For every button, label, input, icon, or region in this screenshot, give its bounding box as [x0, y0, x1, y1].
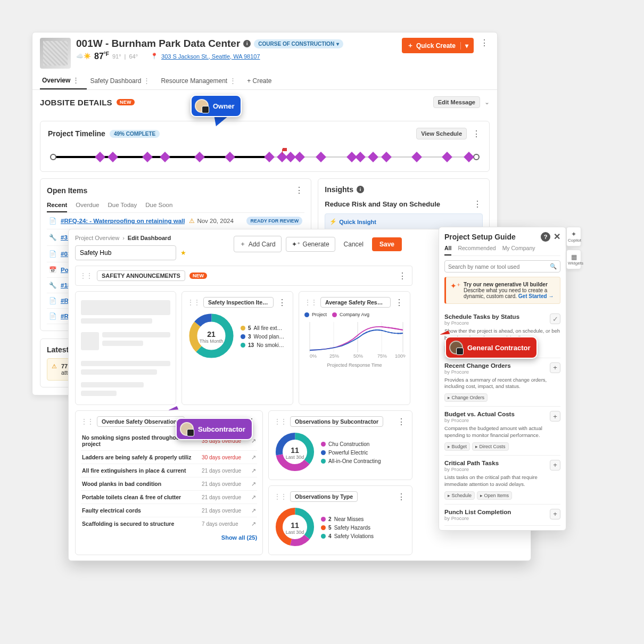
drag-handle-icon[interactable]: ⋮⋮: [80, 272, 93, 279]
done-check-button[interactable]: ✓: [550, 313, 560, 324]
section-title: JOBSITE DETAILS: [40, 98, 112, 107]
milestone-diamond[interactable]: [355, 152, 366, 162]
info-icon[interactable]: i: [243, 40, 251, 47]
generate-button[interactable]: ✦⁺Generate: [286, 237, 335, 252]
card-overflow-menu[interactable]: ⋮: [396, 417, 407, 427]
template-title: Budget vs. Actual Costs: [444, 411, 560, 417]
tool-tag: ▸ Change Orders: [444, 393, 488, 402]
subtab-overdue[interactable]: Overdue: [76, 200, 99, 212]
tab-safety-dashboard[interactable]: Safety Dashboard⋮: [88, 73, 158, 89]
open-items-overflow-menu[interactable]: ⋮: [294, 185, 304, 195]
widgets-button[interactable]: ▦Widgets: [566, 250, 581, 269]
external-link-icon[interactable]: ↗: [251, 494, 256, 500]
milestone-diamond[interactable]: [264, 152, 275, 162]
observation-row[interactable]: Ladders are being safely & properly util…: [81, 451, 257, 464]
tab-create[interactable]: + Create: [245, 73, 274, 89]
close-icon[interactable]: ✕: [554, 232, 560, 242]
drag-handle-icon[interactable]: ⋮⋮: [187, 299, 200, 306]
card-overflow-menu[interactable]: ⋮: [277, 298, 287, 308]
milestone-diamond[interactable]: [95, 152, 105, 162]
star-icon[interactable]: ★: [180, 249, 186, 257]
external-link-icon[interactable]: ↗: [251, 454, 256, 460]
milestone-diamond[interactable]: [143, 152, 153, 162]
milestone-diamond[interactable]: [368, 152, 378, 162]
milestone-diamond[interactable]: [316, 152, 327, 162]
open-item-row[interactable]: 📄 #RFQ-24: - Waterproofing on retaining …: [47, 213, 304, 229]
add-template-button[interactable]: +: [550, 509, 560, 519]
milestone-diamond[interactable]: [464, 152, 474, 162]
milestone-diamond[interactable]: [160, 152, 170, 162]
subtab-recent[interactable]: Recent: [47, 200, 67, 212]
add-template-button[interactable]: +: [550, 362, 560, 373]
tab-resource-management[interactable]: Resource Management⋮: [159, 73, 244, 89]
external-link-icon[interactable]: ↗: [251, 521, 256, 527]
milestone-diamond[interactable]: [225, 152, 235, 162]
cancel-button[interactable]: Cancel: [340, 237, 368, 251]
milestone-diamond[interactable]: [294, 152, 305, 162]
milestone-diamond[interactable]: [411, 152, 422, 162]
timeline-overflow-menu[interactable]: ⋮: [471, 129, 482, 139]
template-item[interactable]: Recent Change Orders by Procore Provides…: [444, 358, 560, 407]
new-badge: NEW: [117, 99, 135, 105]
tab-menu-icon[interactable]: ⋮: [143, 77, 155, 85]
template-item[interactable]: Critical Path Tasks by Procore Lists tas…: [444, 456, 560, 505]
save-button[interactable]: Save: [372, 237, 402, 251]
item-type-icon: 📄: [49, 297, 56, 304]
chevron-down-icon[interactable]: ⌄: [484, 98, 490, 106]
announcements-overflow-menu[interactable]: ⋮: [397, 271, 408, 281]
view-schedule-button[interactable]: View Schedule: [416, 128, 467, 139]
template-item[interactable]: Punch List Completion by Procore +: [444, 505, 560, 526]
milestone-diamond[interactable]: [194, 152, 205, 162]
header-overflow-menu[interactable]: ⋮: [479, 38, 490, 48]
tab-menu-icon[interactable]: ⋮: [229, 77, 242, 85]
guide-search[interactable]: 🔍: [444, 260, 560, 273]
observation-row[interactable]: Portable toilets clean & free of clutter…: [81, 491, 257, 504]
observation-row[interactable]: Faulty electrical cords 21 days overdue …: [81, 504, 257, 517]
observation-title: Scaffolding is secured to structure: [82, 521, 197, 527]
show-all-link[interactable]: Show all (25): [81, 530, 257, 541]
guide-tab-all[interactable]: All: [444, 245, 451, 255]
subtab-due-today[interactable]: Due Today: [108, 200, 137, 212]
subtab-due-soon[interactable]: Due Soon: [145, 200, 172, 212]
guide-tab-recommended[interactable]: Recommended: [458, 245, 496, 255]
external-link-icon[interactable]: ↗: [251, 507, 256, 514]
add-template-button[interactable]: +: [550, 411, 560, 422]
item-link[interactable]: #RFQ-24: - Waterproofing on retaining wa…: [61, 218, 185, 224]
dashboard-name-input[interactable]: [75, 245, 176, 260]
project-address-link[interactable]: 303 S Jackson St., Seattle, WA 98107: [161, 53, 260, 60]
external-link-icon[interactable]: ↗: [251, 437, 256, 444]
add-template-button[interactable]: +: [550, 460, 560, 470]
tab-menu-icon[interactable]: ⋮: [72, 76, 85, 84]
drag-handle-icon[interactable]: ⋮⋮: [274, 493, 287, 500]
quick-create-button[interactable]: ＋ Quick Create ▾: [402, 38, 474, 53]
observation-row[interactable]: Scaffolding is secured to structure 7 da…: [81, 517, 257, 530]
sparkle-icon: ✦⁺: [292, 241, 300, 248]
insights-overflow-menu[interactable]: ⋮: [472, 199, 483, 209]
help-icon[interactable]: ?: [541, 232, 550, 242]
drag-handle-icon[interactable]: ⋮⋮: [304, 299, 317, 306]
project-phase-badge[interactable]: COURSE OF CONSTRUCTION▾: [254, 39, 343, 48]
sparkle-icon: ✦: [568, 230, 580, 238]
external-link-icon[interactable]: ↗: [251, 481, 256, 487]
milestone-diamond[interactable]: [381, 152, 392, 162]
timeline-track[interactable]: [48, 149, 482, 165]
observation-row[interactable]: Wood planks in bad condition 21 days ove…: [81, 477, 257, 491]
card-overflow-menu[interactable]: ⋮: [394, 298, 404, 308]
card-overflow-menu[interactable]: ⋮: [396, 492, 407, 502]
copilot-button[interactable]: ✦Copilot: [566, 227, 581, 246]
observation-row[interactable]: All fire extinguishers in place & curren…: [81, 464, 257, 477]
get-started-link[interactable]: Get Started →: [518, 293, 554, 299]
drag-handle-icon[interactable]: ⋮⋮: [274, 418, 287, 425]
add-card-button[interactable]: ＋Add Card: [234, 236, 282, 252]
milestone-diamond[interactable]: [108, 152, 118, 162]
guide-search-input[interactable]: [448, 263, 550, 270]
guide-tab-my-company[interactable]: My Company: [502, 245, 535, 255]
milestone-diamond[interactable]: [442, 152, 452, 162]
info-icon[interactable]: i: [357, 186, 364, 193]
drag-handle-icon[interactable]: ⋮⋮: [81, 418, 94, 425]
template-item[interactable]: Budget vs. Actual Costs by Procore Compa…: [444, 407, 560, 456]
owner-badge: Owner: [191, 95, 242, 117]
edit-message-button[interactable]: Edit Message: [433, 96, 480, 108]
external-link-icon[interactable]: ↗: [251, 467, 256, 474]
tab-overview[interactable]: Overview⋮: [40, 73, 87, 89]
